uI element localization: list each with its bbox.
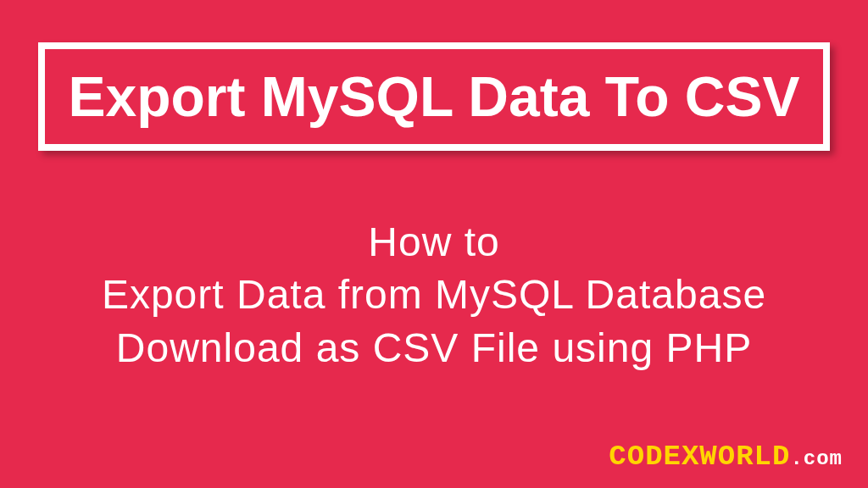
watermark-domain: .com bbox=[790, 447, 843, 470]
subtitle-line-3: Download as CSV File using PHP bbox=[0, 322, 868, 374]
watermark-brand: CODEXWORLD bbox=[609, 441, 790, 473]
subtitle-line-1: How to bbox=[0, 216, 868, 269]
subtitle-container: How to Export Data from MySQL Database D… bbox=[0, 216, 868, 374]
main-title: Export MySQL Data To CSV bbox=[62, 64, 806, 129]
title-box: Export MySQL Data To CSV bbox=[38, 42, 830, 151]
watermark: CODEXWORLD.com bbox=[609, 438, 843, 473]
subtitle-line-2: Export Data from MySQL Database bbox=[0, 269, 868, 321]
